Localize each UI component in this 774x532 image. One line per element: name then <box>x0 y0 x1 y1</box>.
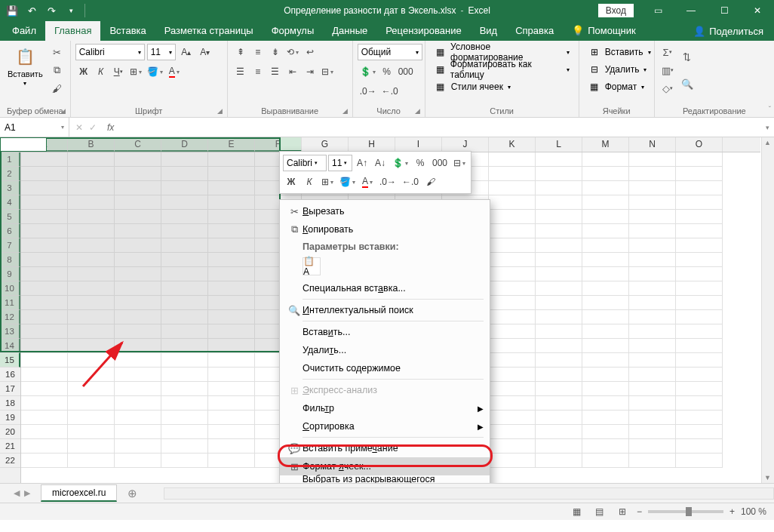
normal-view-icon[interactable]: ▦ <box>569 505 585 518</box>
cell[interactable] <box>489 324 536 339</box>
paste-button[interactable]: 📋 Вставить ▾ <box>5 44 46 88</box>
cell[interactable] <box>536 411 582 425</box>
cell[interactable] <box>208 439 255 454</box>
mini-font-color-icon[interactable]: A <box>359 174 376 190</box>
cell[interactable] <box>629 367 676 382</box>
page-break-view-icon[interactable]: ⊞ <box>614 505 631 518</box>
cell[interactable] <box>629 324 676 339</box>
cell[interactable] <box>582 195 629 210</box>
cell[interactable] <box>676 439 723 454</box>
tab-review[interactable]: Рецензирование <box>376 21 470 41</box>
cell[interactable] <box>489 339 536 353</box>
tab-view[interactable]: Вид <box>471 21 507 41</box>
spreadsheet-grid[interactable]: ABCDEFGHIJKLMNO 123456789101112131415161… <box>0 137 774 483</box>
cell[interactable] <box>161 367 208 382</box>
cell[interactable] <box>21 396 68 411</box>
vertical-scrollbar[interactable] <box>761 137 774 483</box>
cell[interactable] <box>536 224 582 238</box>
menu-clear[interactable]: Очистить содержимое <box>280 359 490 377</box>
row-header[interactable]: 21 <box>0 439 20 454</box>
orientation-icon[interactable]: ⟲ <box>284 44 301 60</box>
cell[interactable] <box>161 425 208 439</box>
cell[interactable] <box>489 253 536 267</box>
cell[interactable] <box>161 396 208 411</box>
cell[interactable] <box>582 238 629 253</box>
cell[interactable] <box>68 425 115 439</box>
comma-icon[interactable]: 000 <box>396 63 416 80</box>
mini-inc-decimal-icon[interactable]: .0→ <box>377 174 398 190</box>
align-center-icon[interactable]: ≡ <box>250 63 266 80</box>
fill-color-icon[interactable]: 🪣 <box>145 63 165 80</box>
zoom-slider[interactable] <box>648 510 723 513</box>
cell[interactable] <box>21 425 68 439</box>
cell[interactable] <box>676 224 723 238</box>
cell[interactable] <box>582 253 629 267</box>
menu-cut[interactable]: ✂Вырезать <box>280 202 490 220</box>
cell[interactable] <box>629 425 676 439</box>
cell[interactable] <box>536 396 582 411</box>
cell[interactable] <box>21 367 68 382</box>
cell[interactable] <box>676 367 723 382</box>
cell[interactable] <box>536 439 582 454</box>
cell[interactable] <box>676 253 723 267</box>
align-right-icon[interactable]: ☰ <box>267 63 284 80</box>
cell[interactable] <box>489 167 536 181</box>
tab-insert[interactable]: Вставка <box>100 21 155 41</box>
sheet-tab[interactable]: microexcel.ru <box>41 484 117 502</box>
cell[interactable] <box>489 224 536 238</box>
cell[interactable] <box>582 281 629 296</box>
cell[interactable] <box>582 296 629 310</box>
cell[interactable] <box>536 238 582 253</box>
cell[interactable] <box>536 339 582 353</box>
cell[interactable] <box>489 454 536 468</box>
format-cells-button[interactable]: ▦Формат▾ <box>584 78 650 95</box>
cell[interactable] <box>489 238 536 253</box>
cell[interactable] <box>582 367 629 382</box>
column-header[interactable]: M <box>582 137 629 152</box>
menu-insert[interactable]: Вставить... <box>280 323 490 341</box>
cell[interactable] <box>582 439 629 454</box>
tab-tell-me[interactable]: 💡 Помощник <box>563 21 645 41</box>
delete-cells-button[interactable]: ⊟Удалить▾ <box>584 61 652 78</box>
align-left-icon[interactable]: ☰ <box>232 63 249 80</box>
row-header[interactable]: 15 <box>0 353 20 367</box>
cell[interactable] <box>21 454 68 468</box>
cell[interactable] <box>629 195 676 210</box>
row-header[interactable]: 22 <box>0 454 20 468</box>
cell[interactable] <box>676 152 723 167</box>
cell[interactable] <box>676 195 723 210</box>
cell[interactable] <box>676 210 723 224</box>
formula-input[interactable] <box>118 118 761 137</box>
cell[interactable] <box>536 425 582 439</box>
cell[interactable] <box>582 324 629 339</box>
cell[interactable] <box>489 181 536 195</box>
menu-format-cells[interactable]: ⊞Формат ячеек... <box>280 457 490 475</box>
mini-bold-icon[interactable]: Ж <box>283 174 299 190</box>
cell[interactable] <box>629 210 676 224</box>
cell[interactable] <box>582 411 629 425</box>
menu-insert-comment[interactable]: 💬Вставить примечание <box>280 439 490 457</box>
menu-filter[interactable]: Фильтр▶ <box>280 399 490 417</box>
close-icon[interactable]: ✕ <box>741 0 774 21</box>
cell[interactable] <box>208 382 255 396</box>
tab-data[interactable]: Данные <box>323 21 376 41</box>
cell[interactable] <box>582 382 629 396</box>
cell[interactable] <box>629 382 676 396</box>
cell[interactable] <box>676 324 723 339</box>
cell[interactable] <box>208 411 255 425</box>
sort-filter-icon[interactable]: ⇅ <box>679 44 696 69</box>
cell[interactable] <box>489 439 536 454</box>
cell[interactable] <box>676 181 723 195</box>
grow-font-icon[interactable]: A▴ <box>178 44 195 60</box>
cell[interactable] <box>676 425 723 439</box>
cell[interactable] <box>629 224 676 238</box>
new-sheet-button[interactable]: ⊕ <box>123 484 141 503</box>
mini-shrink-font-icon[interactable]: A↓ <box>372 155 389 171</box>
copy-icon[interactable]: ⧉ <box>49 62 66 78</box>
enter-formula-icon[interactable]: ✓ <box>89 122 97 133</box>
cell[interactable] <box>115 425 161 439</box>
dialog-launcher-icon[interactable]: ◢ <box>60 107 66 115</box>
cell[interactable] <box>489 367 536 382</box>
mini-format-painter-icon[interactable]: 🖌 <box>422 174 439 190</box>
cell[interactable] <box>629 353 676 367</box>
